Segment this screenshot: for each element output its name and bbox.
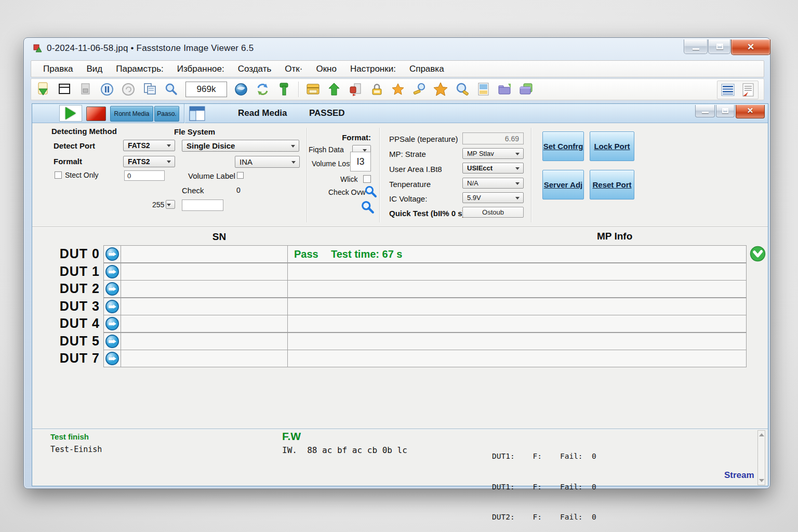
refresh-icon[interactable] [256,82,270,97]
history-circle-icon[interactable] [122,82,136,97]
print-icon[interactable] [143,82,157,97]
dut-5-icon-cell[interactable] [103,332,121,350]
lock-port-button[interactable]: Lock Port [590,131,634,161]
menu-pravka[interactable]: Правка [36,64,79,74]
log-line: DUT2: F: Fail: 0 [492,512,596,523]
menu-otk[interactable]: Отк· [278,64,309,74]
browser-globe-icon[interactable] [234,82,248,97]
volume-lost-label: Volume Lost [312,159,352,168]
sn-cell [121,350,288,367]
sn-cell [121,263,288,281]
inner-minimize-button[interactable] [695,105,715,117]
close-button[interactable]: ✕ [731,39,770,55]
pause-circle-icon[interactable] [100,82,114,97]
move-up-icon[interactable] [327,82,341,97]
volume-label-checkbox[interactable] [237,172,244,179]
favorite-star-icon[interactable] [391,82,405,97]
maximize-button[interactable] [708,39,730,54]
temperature-select[interactable]: N/A [462,178,524,189]
dut-2-icon-cell[interactable] [103,280,121,298]
wlick-checkbox[interactable] [363,175,371,183]
user-area-select[interactable]: USIEcct [462,163,524,174]
delete-page-icon[interactable] [349,82,363,97]
single-disice-select[interactable]: Single Disice [182,140,299,152]
menu-vid[interactable]: Вид [79,64,109,74]
log-scrollbar[interactable] [757,430,765,485]
mp-state-select[interactable]: MP Stlav [462,148,524,159]
check-ovw-search-icon[interactable] [365,185,377,198]
stect-only-input[interactable]: 0 [124,170,165,181]
spin-control[interactable] [166,200,175,209]
rate-star-icon[interactable] [434,82,448,97]
set-confrg-button[interactable]: Set Confrg [542,131,584,161]
mp-info-cell [287,298,747,315]
stect-only-checkbox[interactable] [55,171,62,179]
paaso-button[interactable]: Paaso. [154,106,179,122]
extra-input[interactable] [182,200,223,211]
open-image-icon[interactable] [36,82,50,97]
dut-7-icon-cell[interactable] [103,350,121,367]
lock-file-icon[interactable] [370,82,384,97]
mp-info-column-header: MP Info [597,231,632,242]
stop-button[interactable] [86,107,106,121]
ina-select[interactable]: INA [235,156,300,168]
menu-izbrannoe[interactable]: Избранное: [170,64,231,74]
usb-device-icon [105,351,119,366]
menu-sozdat[interactable]: Создать [231,64,278,74]
sn-cell [121,245,288,263]
format-select[interactable]: FATS2 [123,156,175,167]
dut-2-label: DUT 2 [48,280,100,298]
folder-icon[interactable] [498,82,512,97]
sn-cell [121,298,288,315]
check-label: Check [182,186,204,195]
dut-4-icon-cell[interactable] [103,315,121,332]
zoom-icon[interactable] [164,82,178,97]
dut-log: DUT1: F: Fail: 0 DUT1: F: Fail: 0 DUT2: … [492,431,596,532]
menu-okno[interactable]: Окно [309,64,343,74]
search-icon[interactable] [455,82,469,97]
menu-nastroyki[interactable]: Настронки: [343,64,403,74]
search-2-icon[interactable] [361,201,375,214]
list-view-icon[interactable] [721,83,735,97]
mp-tool-window: Ronnt Media Paaso. Read Media PASSED ✕ D… [32,103,768,486]
desktop: 0-2024-11-06-58.jpq • Fasststoлe Image V… [0,0,798,532]
test-einish-line: Test-Einish [50,445,102,454]
repair-tool-icon[interactable] [277,82,291,97]
start-button[interactable] [59,105,82,122]
size-field[interactable]: 969k [185,82,227,97]
volume-label-label: Volume Label [188,171,235,180]
window-fit-icon[interactable] [58,82,72,97]
minimize-button[interactable] [684,39,708,54]
sn-cell [121,280,288,298]
search-key-icon[interactable] [413,82,427,97]
spin-value: 255 [152,201,164,209]
save-box-icon[interactable] [306,82,320,97]
pass-result: Pass [294,246,318,262]
ront-media-button[interactable]: Ronnt Media [110,106,153,122]
inner-close-button[interactable]: ✕ [736,105,765,118]
dut-1-icon-cell[interactable] [103,263,121,281]
scroll-up-icon[interactable] [759,433,764,436]
server-adj-button[interactable]: Server Adj [542,170,584,200]
scroll-down-icon[interactable] [759,479,764,482]
reset-port-button[interactable]: Reset Port [590,170,634,200]
panel-divider-2 [379,128,380,222]
ostoub-button[interactable]: Ostoub [462,207,524,218]
detect-port-label: Detect Port [54,141,95,150]
folder-copy-icon[interactable] [519,82,533,97]
menu-spravka[interactable]: Справка [403,64,451,74]
dut-3-icon-cell[interactable] [103,298,121,315]
thumbnail-icon[interactable] [79,82,93,97]
dut-0-icon-cell[interactable] [103,245,121,263]
title-bar[interactable]: 0-2024-11-06-58.jpq • Fasststoлe Image V… [24,38,770,59]
image-file-icon[interactable] [476,82,490,97]
volume-lost-input[interactable]: I3 [350,152,371,171]
layout-icon[interactable] [189,105,206,122]
detect-port-select[interactable]: FATS2 [123,140,175,151]
menu-paramstr[interactable]: Парамстрь: [109,64,170,74]
report-view-icon[interactable] [741,83,755,97]
ic-voltage-select[interactable]: 5.9V [462,192,524,203]
dut-7-label: DUT 7 [48,350,100,367]
dut-4-label: DUT 4 [48,315,100,332]
inner-maximize-button[interactable] [716,105,735,117]
